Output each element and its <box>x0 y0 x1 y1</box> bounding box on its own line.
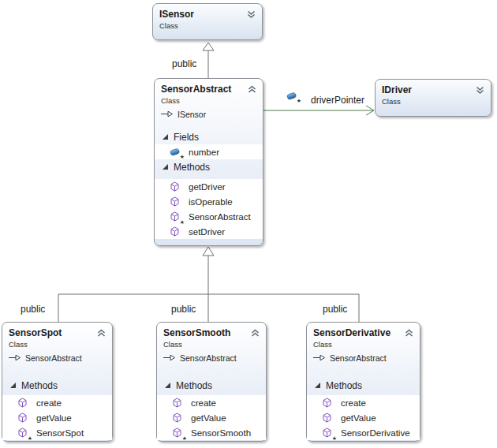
class-kind: Class <box>163 339 260 349</box>
collapse-chevron-icon[interactable] <box>95 327 107 338</box>
generalization-label-sensorderivative: public <box>323 304 347 315</box>
member-name: getDriver <box>189 182 226 192</box>
member-row[interactable]: SensorSmooth <box>157 425 266 440</box>
fields-section: Fields number <box>155 129 263 159</box>
member-row[interactable]: SensorAbstract <box>155 209 263 224</box>
generalization-arrowhead-sensorabstract <box>203 247 214 256</box>
section-title: Fields <box>174 132 199 143</box>
member-row[interactable]: SensorSpot <box>2 425 112 440</box>
class-box-sensorspot[interactable]: SensorSpot Class SensorAbstract Methods … <box>2 322 113 442</box>
class-box-idriver[interactable]: IDriver Class <box>375 79 491 117</box>
method-icon <box>322 413 332 423</box>
member-row[interactable]: getValue <box>157 410 266 425</box>
collapse-chevron-icon[interactable] <box>249 327 261 338</box>
base-type-row: SensorAbstract <box>313 352 413 364</box>
base-type-row: SensorAbstract <box>9 352 106 364</box>
methods-section: Methods create getValue SensorSpot <box>2 378 112 440</box>
generalization-label-sensorspot: public <box>21 304 45 315</box>
class-kind: Class <box>161 95 256 106</box>
member-row[interactable]: getValue <box>2 410 112 425</box>
class-box-sensorderivative[interactable]: SensorDerivative Class SensorAbstract Me… <box>306 322 420 442</box>
inherits-arrow-icon <box>313 354 326 361</box>
collapse-expander-icon[interactable] <box>315 383 320 388</box>
collapse-chevron-icon[interactable] <box>403 327 415 338</box>
class-title: IDriver <box>382 84 484 96</box>
member-name: getValue <box>36 413 72 423</box>
base-type-name: SensorAbstract <box>180 353 237 363</box>
method-icon <box>172 427 182 438</box>
method-icon <box>170 226 180 237</box>
class-kind: Class <box>382 96 484 106</box>
member-row[interactable]: getValue <box>307 410 420 425</box>
methods-section: Methods create getValue SensorSmooth <box>157 378 266 440</box>
inherits-arrow-icon <box>163 354 176 361</box>
member-row[interactable]: create <box>157 395 266 410</box>
inherits-arrow-icon <box>161 110 174 118</box>
member-row[interactable]: create <box>307 395 420 410</box>
association-label-driverpointer: driverPointer <box>311 95 364 106</box>
member-row[interactable]: number <box>155 144 263 159</box>
method-icon <box>322 427 332 438</box>
collapse-expander-icon[interactable] <box>10 383 16 388</box>
member-name: SensorSpot <box>36 428 84 438</box>
section-title: Methods <box>21 380 58 391</box>
member-name: setDriver <box>189 227 225 237</box>
field-icon <box>286 91 297 100</box>
class-title: SensorSpot <box>9 327 106 339</box>
member-name: number <box>189 147 219 157</box>
member-row[interactable]: SensorDerivative <box>307 425 420 440</box>
section-header-methods[interactable]: Methods <box>157 378 266 393</box>
field-icon <box>170 147 180 156</box>
class-kind: Class <box>313 339 413 349</box>
method-icon <box>172 398 182 408</box>
member-name: SensorDerivative <box>341 428 410 438</box>
methods-section: Methods getDriver isOperable SensorAbstr… <box>155 159 263 239</box>
section-header-fields[interactable]: Fields <box>155 129 263 144</box>
member-name: create <box>341 398 366 408</box>
base-type-name: SensorAbstract <box>330 353 387 363</box>
method-icon <box>170 211 180 222</box>
class-box-isensor[interactable]: ISensor Class <box>152 3 263 40</box>
expand-chevron-icon[interactable] <box>474 84 486 95</box>
section-title: Methods <box>176 380 212 391</box>
base-type-row: ISensor <box>161 108 256 120</box>
member-name: SensorSmooth <box>191 428 251 438</box>
expand-chevron-icon[interactable] <box>245 9 257 19</box>
class-kind: Class <box>9 339 106 349</box>
collapse-expander-icon[interactable] <box>163 164 168 170</box>
class-title: SensorAbstract <box>161 83 256 95</box>
section-header-methods[interactable]: Methods <box>155 159 263 174</box>
member-row[interactable]: isOperable <box>155 194 263 209</box>
member-name: create <box>191 398 216 408</box>
method-icon <box>17 427 28 438</box>
inherits-arrow-icon <box>9 354 21 361</box>
member-row[interactable]: setDriver <box>155 224 263 239</box>
base-type-name: SensorAbstract <box>25 353 82 363</box>
section-title: Methods <box>326 380 362 391</box>
member-name: create <box>36 398 62 408</box>
generalization-label-top: public <box>172 58 196 69</box>
class-title: ISensor <box>159 8 256 21</box>
generalization-label-sensorsmooth: public <box>171 304 196 315</box>
class-box-sensorabstract[interactable]: SensorAbstract Class ISensor Fields numb… <box>154 78 263 246</box>
collapse-expander-icon[interactable] <box>165 383 170 388</box>
class-box-sensorsmooth[interactable]: SensorSmooth Class SensorAbstract Method… <box>156 322 267 442</box>
method-icon <box>170 196 180 207</box>
member-name: getValue <box>341 413 376 423</box>
collapse-chevron-icon[interactable] <box>246 84 258 94</box>
method-icon <box>17 413 28 423</box>
member-row[interactable]: create <box>2 395 112 410</box>
class-title: SensorSmooth <box>163 327 260 339</box>
member-name: isOperable <box>189 197 233 207</box>
section-header-methods[interactable]: Methods <box>2 378 112 393</box>
class-kind: Class <box>159 21 256 31</box>
member-name: SensorAbstract <box>189 212 251 222</box>
member-row[interactable]: getDriver <box>155 179 263 194</box>
method-icon <box>17 398 28 408</box>
section-title: Methods <box>174 162 210 173</box>
method-icon <box>170 181 180 192</box>
section-header-methods[interactable]: Methods <box>307 378 420 393</box>
collapse-expander-icon[interactable] <box>163 134 168 140</box>
methods-section: Methods create getValue SensorDerivative <box>307 378 420 440</box>
base-type-name: ISensor <box>178 110 206 119</box>
